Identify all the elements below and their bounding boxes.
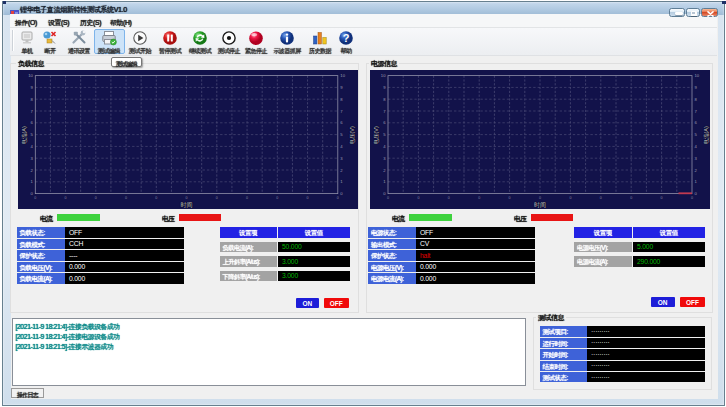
- svg-text:8: 8: [694, 97, 697, 102]
- svg-text:4: 4: [340, 144, 343, 149]
- svg-text:电压(V): 电压(V): [348, 126, 354, 145]
- svg-text:0: 0: [691, 196, 693, 200]
- svg-text:0: 0: [539, 196, 541, 200]
- svg-text:时间: 时间: [534, 202, 546, 209]
- svg-text:0: 0: [630, 196, 632, 200]
- svg-text:5: 5: [340, 133, 343, 138]
- svg-text:9: 9: [694, 85, 697, 90]
- svg-text:7: 7: [383, 109, 386, 114]
- svg-text:3: 3: [30, 156, 33, 161]
- svg-text:电压(V): 电压(V): [372, 126, 378, 145]
- svg-text:1: 1: [30, 180, 33, 185]
- svg-text:7: 7: [340, 109, 343, 114]
- svg-text:0: 0: [599, 196, 601, 200]
- svg-text:0: 0: [276, 196, 278, 200]
- svg-text:3: 3: [383, 156, 386, 161]
- svg-text:1: 1: [694, 180, 697, 185]
- svg-text:6: 6: [383, 121, 386, 126]
- svg-text:0: 0: [447, 196, 449, 200]
- svg-text:10: 10: [380, 74, 385, 79]
- svg-text:电流(A): 电流(A): [703, 126, 710, 145]
- svg-text:0: 0: [306, 196, 308, 200]
- svg-text:4: 4: [383, 144, 386, 149]
- svg-text:5: 5: [383, 133, 386, 138]
- svg-text:6: 6: [694, 121, 697, 126]
- svg-text:9: 9: [340, 85, 343, 90]
- svg-text:0: 0: [34, 196, 36, 200]
- svg-text:0: 0: [508, 196, 510, 200]
- svg-text:3: 3: [694, 156, 697, 161]
- svg-text:0: 0: [417, 196, 419, 200]
- svg-text:0: 0: [660, 196, 662, 200]
- svg-text:10: 10: [28, 74, 33, 79]
- svg-text:4: 4: [30, 144, 33, 149]
- svg-text:0: 0: [387, 196, 389, 200]
- svg-text:0: 0: [340, 192, 343, 197]
- svg-text:0: 0: [336, 196, 338, 200]
- svg-text:5: 5: [694, 133, 697, 138]
- svg-text:0: 0: [185, 196, 187, 200]
- svg-text:8: 8: [383, 97, 386, 102]
- svg-text:0: 0: [125, 196, 127, 200]
- svg-text:8: 8: [30, 97, 33, 102]
- svg-text:0: 0: [94, 196, 96, 200]
- svg-text:0: 0: [246, 196, 248, 200]
- svg-text:1: 1: [383, 180, 386, 185]
- svg-text:0: 0: [155, 196, 157, 200]
- svg-text:9: 9: [30, 85, 33, 90]
- svg-text:0: 0: [569, 196, 571, 200]
- svg-text:0: 0: [478, 196, 480, 200]
- svg-text:0: 0: [64, 196, 66, 200]
- svg-text:0: 0: [215, 196, 217, 200]
- svg-text:0: 0: [383, 192, 386, 197]
- svg-text:6: 6: [30, 121, 33, 126]
- svg-text:2: 2: [383, 168, 386, 173]
- svg-text:2: 2: [30, 168, 33, 173]
- svg-text:8: 8: [340, 97, 343, 102]
- svg-text:0: 0: [694, 192, 697, 197]
- svg-text:2: 2: [340, 168, 343, 173]
- svg-text:时间: 时间: [180, 202, 192, 209]
- svg-text:6: 6: [340, 121, 343, 126]
- svg-text:10: 10: [694, 74, 699, 79]
- svg-text:9: 9: [383, 85, 386, 90]
- svg-text:3: 3: [340, 156, 343, 161]
- svg-text:电流(A): 电流(A): [20, 126, 27, 145]
- svg-text:1: 1: [340, 180, 343, 185]
- svg-text:7: 7: [30, 109, 33, 114]
- svg-text:2: 2: [694, 168, 697, 173]
- svg-text:0: 0: [30, 192, 33, 197]
- svg-text:7: 7: [694, 109, 697, 114]
- svg-text:4: 4: [694, 144, 697, 149]
- svg-text:10: 10: [340, 74, 345, 79]
- svg-text:5: 5: [30, 133, 33, 138]
- svg-text:?: ?: [343, 32, 350, 44]
